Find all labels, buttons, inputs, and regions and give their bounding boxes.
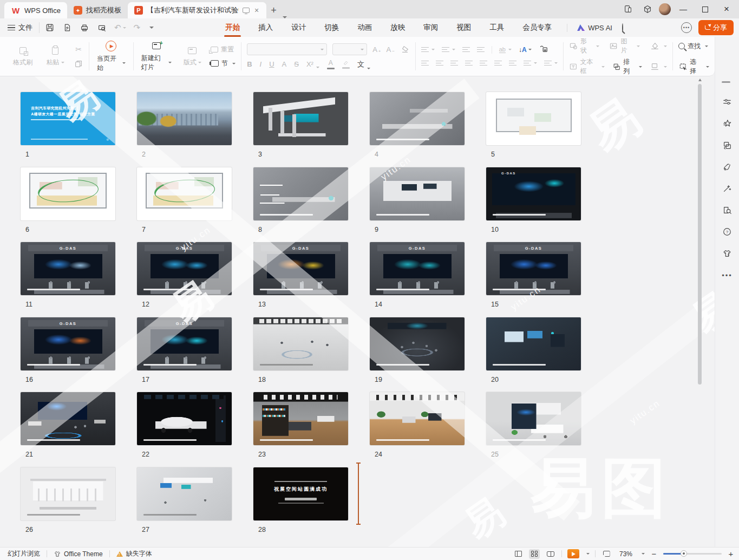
slide-17-thumbnail[interactable]: G-DAS [137, 317, 232, 370]
presenter-monitor-icon[interactable] [243, 8, 250, 13]
scroll-up-arrow-icon[interactable] [698, 79, 702, 81]
italic-button[interactable]: I [260, 60, 262, 68]
close-button[interactable]: × [717, 2, 736, 17]
slide-15-thumbnail[interactable]: G-DAS [486, 242, 581, 295]
slide-19-thumbnail[interactable] [370, 317, 465, 370]
file-menu-button[interactable]: 文件 [0, 23, 39, 32]
tab-docer-templates[interactable]: ✦ 找稻壳模板 [67, 2, 128, 18]
slide-layout-button[interactable]: 版式 [178, 44, 206, 68]
cut-button[interactable]: ✂ [74, 44, 83, 54]
bullet-list-button[interactable] [421, 47, 435, 53]
print-button[interactable] [80, 23, 89, 32]
align-center-button[interactable] [436, 61, 443, 66]
zoom-percentage[interactable]: 73% [617, 550, 635, 558]
tab-wps-home[interactable]: W WPS Office [4, 2, 67, 18]
textbox-button[interactable]: 文本框 [569, 57, 605, 76]
print-preview-button[interactable] [97, 23, 107, 32]
decrease-font-button[interactable]: A− [386, 45, 394, 54]
row-spacing-button[interactable] [509, 61, 516, 66]
menu-tab-视图[interactable]: 视图 [455, 19, 472, 36]
menu-tab-放映[interactable]: 放映 [389, 19, 406, 36]
increase-indent-button[interactable] [477, 47, 485, 53]
transition-shapes-icon[interactable] [722, 140, 733, 151]
save-button[interactable] [45, 23, 55, 32]
slide-2-thumbnail[interactable] [137, 92, 232, 145]
play-options-caret-icon[interactable] [586, 553, 590, 555]
slide-13-thumbnail[interactable]: G-DAS [253, 242, 348, 295]
magic-wand-icon[interactable] [722, 183, 733, 194]
find-button[interactable]: 查找 [678, 42, 709, 51]
numbered-list-button[interactable] [442, 47, 455, 53]
wps-ai-button[interactable]: WPS AI [567, 24, 612, 32]
outline-color-button[interactable] [650, 62, 667, 71]
copy-button[interactable] [74, 59, 83, 69]
format-painter-button[interactable]: 格式刷 [9, 44, 37, 68]
qat-more-caret-icon[interactable] [149, 27, 154, 29]
slide-28-thumbnail[interactable]: 祝展空间站圆满成功 [253, 467, 348, 520]
vertical-scrollbar[interactable] [697, 76, 703, 547]
device-sync-button[interactable] [620, 2, 636, 16]
slide-26-thumbnail[interactable] [21, 467, 115, 520]
section-button[interactable]: 节 [211, 59, 236, 68]
slide-27-thumbnail[interactable] [137, 467, 232, 520]
new-slide-button[interactable]: + 新建幻灯片 [139, 40, 174, 73]
slide-23-thumbnail[interactable] [253, 392, 348, 445]
missing-fonts-button[interactable]: 缺失字体 [116, 549, 152, 558]
menu-tab-审阅[interactable]: 审阅 [422, 19, 439, 36]
effects-star-icon[interactable] [722, 118, 733, 129]
column-spacing-button[interactable] [494, 61, 502, 66]
doc-finder-icon[interactable] [722, 205, 733, 216]
maximize-button[interactable] [696, 2, 714, 17]
slide-sorter-view-button[interactable] [529, 549, 540, 559]
slide-1-thumbnail[interactable]: 吉利汽车研究院杭州湾新区A楼研发大楼一层展示空间"设计方案◎ [21, 92, 115, 145]
superscript-button[interactable]: X² [306, 60, 319, 68]
fill-color-button[interactable] [650, 41, 667, 51]
select-button[interactable]: 选择 [678, 57, 709, 76]
slide-3-thumbnail[interactable] [253, 92, 348, 145]
slide-22-thumbnail[interactable] [137, 392, 232, 445]
slide-5-thumbnail[interactable] [486, 92, 581, 145]
slide-7-thumbnail[interactable] [137, 167, 232, 220]
3d-cube-button[interactable] [639, 2, 656, 16]
picture-button[interactable]: 图片 [609, 37, 640, 55]
skin-theme-icon[interactable] [722, 248, 733, 259]
slide-11-thumbnail[interactable]: G-DAS [21, 242, 115, 295]
more-tools-icon[interactable]: ••• [722, 270, 733, 281]
reading-view-button[interactable] [545, 549, 556, 559]
text-direction-button[interactable]: ↓A [519, 46, 532, 54]
tab-close-icon[interactable]: × [253, 6, 260, 15]
theme-button[interactable]: Office Theme [54, 550, 103, 558]
underline-button[interactable]: U [269, 60, 274, 68]
convert-smartart-button[interactable] [539, 44, 548, 55]
vertical-align-button[interactable] [544, 61, 558, 66]
zoom-slider[interactable] [663, 553, 722, 555]
new-tab-button[interactable]: + [266, 5, 281, 16]
font-size-select[interactable] [332, 43, 367, 55]
menu-tab-开始[interactable]: 开始 [224, 19, 241, 36]
bold-button[interactable]: B [247, 60, 252, 68]
justify-button[interactable] [465, 61, 473, 66]
slide-9-thumbnail[interactable] [370, 167, 465, 220]
scrollbar-thumb[interactable] [698, 84, 702, 385]
redo-button[interactable]: ↷ [134, 23, 141, 32]
zoom-caret-icon[interactable] [642, 553, 645, 555]
zoom-out-button[interactable]: − [650, 549, 658, 558]
user-avatar[interactable] [659, 3, 671, 15]
slide-4-thumbnail[interactable] [370, 92, 465, 145]
slide-10-thumbnail[interactable]: G-DAS [486, 167, 581, 220]
feedback-emoji-icon[interactable]: ••• [681, 22, 692, 33]
strikethrough-button[interactable]: S [294, 60, 299, 68]
menu-tab-插入[interactable]: 插入 [257, 19, 274, 36]
font-family-select[interactable] [247, 43, 327, 55]
line-spacing-button[interactable] [524, 61, 537, 66]
font-color-button[interactable]: A [327, 59, 335, 69]
slide-sorter-canvas[interactable]: 吉利汽车研究院杭州湾新区A楼研发大楼一层展示空间"设计方案◎123456789G… [0, 76, 715, 547]
slide-12-thumbnail[interactable]: G-DAS [137, 242, 232, 295]
share-button[interactable]: 分享 [698, 20, 734, 35]
slide-25-thumbnail[interactable] [486, 392, 581, 445]
slide-8-thumbnail[interactable] [253, 167, 348, 220]
normal-view-button[interactable] [513, 549, 524, 559]
char-spacing-button[interactable]: ab [499, 46, 512, 53]
slide-21-thumbnail[interactable] [21, 392, 115, 445]
slide-6-thumbnail[interactable] [21, 167, 115, 220]
